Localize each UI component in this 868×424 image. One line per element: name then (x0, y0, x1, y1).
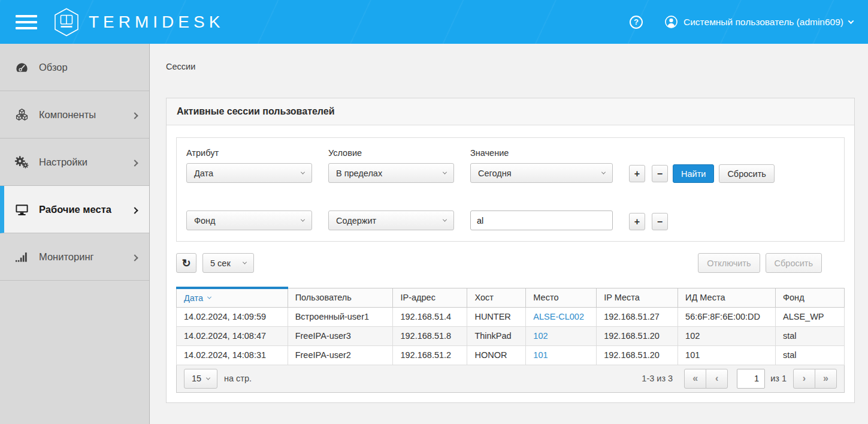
value-label: Значение (470, 148, 613, 158)
attribute-select-value: Дата (194, 169, 213, 178)
cell-place-ip: 192.168.51.20 (597, 345, 678, 365)
cell-host: HONOR (467, 345, 526, 365)
chevron-down-icon (301, 218, 305, 222)
attribute-select[interactable]: Дата (186, 163, 312, 183)
table-toolbar: ↻ 5 сек Отключить Сбросить (176, 253, 845, 273)
sessions-panel: Активные сессии пользователей Атрибут Да… (166, 98, 855, 403)
per-page-select[interactable]: 15 (184, 369, 217, 389)
attribute-select-2-value: Фонд (194, 216, 216, 225)
chevron-down-icon (301, 170, 305, 175)
sidebar: Обзор Компоненты (0, 44, 150, 424)
condition-select[interactable]: В пределах (328, 163, 454, 183)
first-page-button[interactable]: « (684, 369, 706, 389)
refresh-interval-select[interactable]: 5 сек (202, 253, 254, 273)
cell-ip: 192.168.51.2 (393, 345, 467, 365)
reset-filters-button[interactable]: Сбросить (719, 164, 774, 183)
table-footer: 15 на стр. 1-3 из 3 « ‹ из 1 › » (176, 365, 845, 393)
condition-select-2[interactable]: Содержит (328, 211, 454, 230)
cell-ip: 192.168.51.4 (393, 307, 467, 326)
column-header-place-ip[interactable]: IP Места (597, 288, 678, 307)
attribute-select-2[interactable]: Фонд (186, 211, 312, 230)
user-menu[interactable]: Системный пользователь (admin609) (664, 15, 853, 29)
app-logo: TERMIDESK (53, 8, 224, 37)
main-content: Сессии Активные сессии пользователей Атр… (150, 44, 868, 424)
cell-user: Встроенный-user1 (288, 307, 393, 326)
add-filter-button-2[interactable]: + (629, 213, 645, 230)
search-button[interactable]: Найти (673, 164, 714, 183)
chevron-right-icon (131, 160, 138, 166)
gears-icon (13, 155, 30, 169)
place-link[interactable]: ALSE-CL002 (533, 312, 584, 321)
value-select[interactable]: Сегодня (470, 163, 613, 183)
cell-date: 14.02.2024, 14:09:59 (177, 307, 288, 326)
chevron-down-icon (443, 170, 447, 175)
table-row: 14.02.2024, 14:08:31 FreeIPA-user2 192.1… (177, 345, 845, 365)
chevron-down-icon (601, 170, 606, 175)
column-header-place[interactable]: Место (526, 288, 597, 307)
column-header-pool[interactable]: Фонд (776, 288, 845, 307)
remove-filter-button-2[interactable]: − (652, 213, 668, 230)
cell-ip: 192.168.51.8 (393, 326, 467, 345)
place-link[interactable]: 102 (533, 331, 548, 341)
column-header-host[interactable]: Хост (467, 288, 526, 307)
chevron-right-icon (131, 207, 138, 213)
remove-filter-button[interactable]: − (652, 165, 668, 182)
last-page-button[interactable]: » (815, 369, 837, 389)
page-number-input[interactable] (737, 369, 765, 389)
value-select-value: Сегодня (478, 169, 512, 178)
column-header-place-id[interactable]: ИД Места (678, 288, 776, 307)
chevron-down-icon (443, 218, 447, 222)
cell-pool: stal (776, 326, 845, 345)
refresh-interval-value: 5 сек (210, 258, 231, 268)
dashboard-icon (13, 61, 30, 74)
sidebar-item-overview[interactable]: Обзор (0, 44, 149, 91)
desktop-icon (13, 203, 30, 216)
sidebar-item-monitoring[interactable]: Мониторинг (0, 233, 149, 281)
cubes-icon (13, 108, 30, 122)
per-page-value: 15 (192, 374, 201, 383)
add-filter-button[interactable]: + (629, 165, 645, 182)
next-page-button[interactable]: › (793, 369, 815, 389)
disconnect-button[interactable]: Отключить (698, 253, 760, 273)
value-input-2[interactable] (470, 211, 613, 230)
refresh-icon[interactable]: ↻ (176, 253, 196, 273)
column-header-ip[interactable]: IP-адрес (393, 288, 467, 307)
cell-place-id: 101 (678, 345, 776, 365)
cell-host: ThinkPad (467, 326, 526, 345)
sidebar-item-label: Мониторинг (39, 251, 94, 263)
logo-wordmark: TERMIDESK (89, 13, 224, 32)
page-of-label: из 1 (770, 374, 787, 383)
column-header-user[interactable]: Пользователь (288, 288, 393, 307)
sort-descending-icon (207, 295, 211, 299)
sidebar-item-workplaces[interactable]: Рабочие места (0, 186, 149, 233)
chevron-down-icon (848, 18, 854, 24)
chevron-down-icon (206, 375, 210, 380)
sidebar-item-label: Рабочие места (39, 204, 111, 215)
sidebar-item-components[interactable]: Компоненты (0, 91, 149, 139)
table-row: 14.02.2024, 14:08:47 FreeIPA-user3 192.1… (177, 326, 845, 345)
chevron-right-icon (131, 254, 138, 261)
cell-host: HUNTER (467, 307, 526, 326)
cell-pool: ALSE_WP (776, 307, 845, 326)
hamburger-menu-icon[interactable] (16, 11, 37, 33)
sidebar-item-settings[interactable]: Настройки (0, 139, 149, 186)
place-link[interactable]: 101 (533, 350, 548, 360)
prev-page-button[interactable]: ‹ (706, 369, 728, 389)
attribute-label: Атрибут (186, 148, 312, 158)
table-header-row: Дата Пользователь IP-адрес Хост Место IP… (177, 288, 845, 307)
cell-place-ip: 192.168.51.20 (597, 326, 678, 345)
sessions-table: Дата Пользователь IP-адрес Хост Место IP… (176, 287, 845, 365)
panel-title: Активные сессии пользователей (167, 98, 854, 125)
sidebar-item-label: Обзор (39, 62, 68, 73)
monitoring-icon (13, 250, 30, 264)
cell-date: 14.02.2024, 14:08:47 (177, 326, 288, 345)
column-header-date[interactable]: Дата (177, 288, 288, 307)
reset-sessions-button[interactable]: Сбросить (766, 253, 822, 273)
condition-select-2-value: Содержит (336, 216, 376, 225)
user-avatar-icon (664, 15, 678, 29)
breadcrumb: Сессии (166, 62, 855, 71)
chevron-right-icon (131, 112, 138, 119)
help-icon[interactable]: ? (630, 16, 643, 29)
cell-place-id: 56:6F:8F:6E:00:DD (678, 307, 776, 326)
cell-pool: stal (776, 345, 845, 365)
